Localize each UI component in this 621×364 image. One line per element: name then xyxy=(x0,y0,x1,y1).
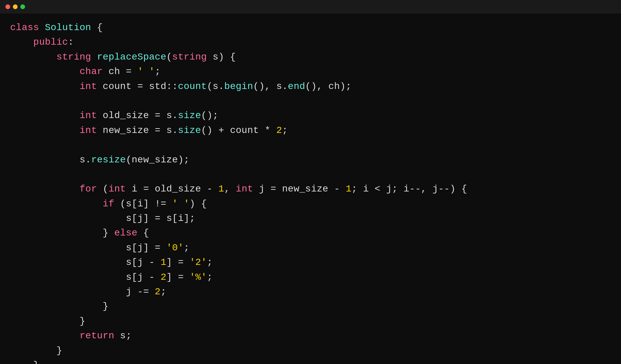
code-editor: class Solution { public: string replaceS… xyxy=(0,14,621,364)
code-line-8: int new_size = s.size() + count * 2; xyxy=(10,123,611,138)
code-line-11 xyxy=(10,167,611,182)
code-line-2: public: xyxy=(10,35,611,49)
maximize-button[interactable] xyxy=(20,4,25,9)
code-line-24: } xyxy=(10,358,611,364)
code-line-17: s[j - 1] = '2'; xyxy=(10,255,611,270)
code-line-3: string replaceSpace(string s) { xyxy=(10,50,611,64)
code-line-12: for (int i = old_size - 1, int j = new_s… xyxy=(10,182,611,196)
minimize-button[interactable] xyxy=(13,4,18,9)
code-line-13: if (s[i] != ' ') { xyxy=(10,197,611,211)
code-line-9 xyxy=(10,138,611,152)
titlebar xyxy=(0,0,621,14)
code-line-23: } xyxy=(10,343,611,358)
code-line-16: s[j] = '0'; xyxy=(10,241,611,255)
code-line-7: int old_size = s.size(); xyxy=(10,108,611,123)
close-button[interactable] xyxy=(5,4,10,9)
code-line-14: s[j] = s[i]; xyxy=(10,211,611,226)
code-line-6 xyxy=(10,94,611,108)
code-line-18: s[j - 2] = '%'; xyxy=(10,270,611,285)
code-line-10: s.resize(new_size); xyxy=(10,153,611,167)
code-line-21: } xyxy=(10,314,611,328)
code-line-15: } else { xyxy=(10,226,611,240)
code-line-5: int count = std::count(s.begin(), s.end(… xyxy=(10,79,611,94)
code-line-1: class Solution { xyxy=(10,20,611,35)
code-line-20: } xyxy=(10,299,611,314)
code-line-4: char ch = ' '; xyxy=(10,64,611,79)
code-line-22: return s; xyxy=(10,328,611,343)
code-line-19: j -= 2; xyxy=(10,285,611,299)
